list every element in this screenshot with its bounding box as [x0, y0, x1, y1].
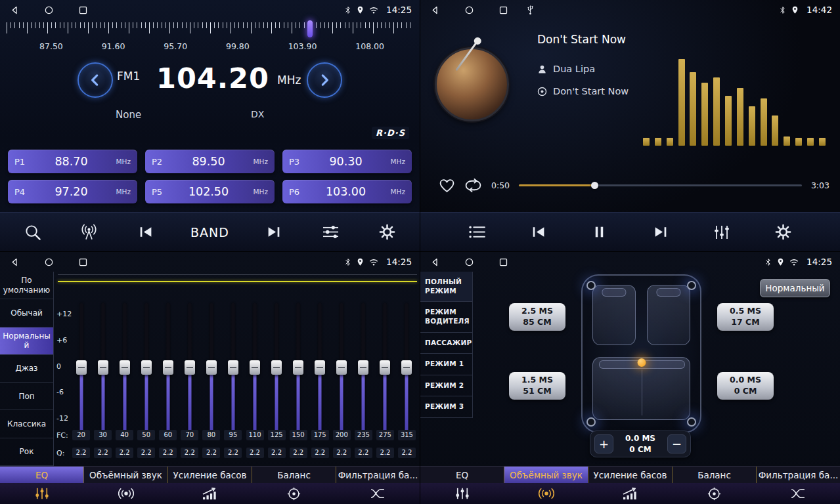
eq-slider-handle[interactable] [380, 360, 390, 375]
eq-slider-handle[interactable] [271, 360, 282, 375]
eq-slider-handle[interactable] [293, 360, 303, 375]
back-button[interactable] [8, 3, 21, 16]
tune-down-button[interactable] [77, 62, 113, 98]
eq-preset-normal[interactable]: Нормальный [0, 327, 53, 355]
recents-button[interactable] [76, 3, 89, 16]
eq-slider-handle[interactable] [336, 360, 347, 375]
tab-eq[interactable]: EQ [0, 467, 84, 483]
band-button[interactable]: BAND [190, 219, 229, 245]
seek-thumb[interactable] [591, 182, 598, 189]
repeat-button[interactable] [464, 178, 482, 192]
tab-surround[interactable]: Объёмный звук [84, 467, 168, 483]
surround-sound-icon[interactable] [504, 483, 588, 504]
tab-bass-boost[interactable]: Усиление басов [168, 467, 252, 483]
eq-slider-handle[interactable] [358, 360, 368, 375]
eq-preset-jazz[interactable]: Джаз [0, 355, 53, 383]
eq-preset-default[interactable]: По умолчанию [0, 272, 53, 299]
mode-full[interactable]: ПОЛНЫЙ РЕЖИМ [420, 272, 472, 302]
tab-balance[interactable]: Баланс [252, 467, 336, 483]
tab-balance[interactable]: Баланс [673, 467, 757, 483]
field-preset-button[interactable]: Нормальный [760, 279, 830, 297]
previous-track-button[interactable] [527, 219, 550, 245]
eq-band-slider[interactable] [333, 303, 351, 432]
preset-button[interactable]: P6 103.00 MHz [282, 180, 412, 203]
eq-preset-rock[interactable]: Рок [0, 438, 53, 466]
delay-rear-left[interactable]: 1.5 MS 51 CM [509, 372, 565, 400]
frequency-ruler[interactable] [7, 22, 413, 39]
tab-bass-boost[interactable]: Усиление басов [588, 467, 673, 483]
mode-2[interactable]: РЕЖИМ 2 [420, 375, 472, 397]
frequency-ruler-thumb[interactable] [307, 20, 313, 37]
filter-icon[interactable] [756, 483, 840, 504]
bass-boost-icon[interactable] [168, 483, 252, 504]
settings-button[interactable] [772, 219, 794, 245]
eq-band-slider[interactable] [181, 303, 198, 432]
eq-slider-handle[interactable] [315, 360, 325, 375]
delay-rear-right[interactable]: 0.0 MS 0 CM [717, 372, 774, 400]
eq-slider-handle[interactable] [98, 360, 108, 375]
eq-band-slider[interactable] [398, 303, 416, 432]
eq-slider-handle[interactable] [228, 360, 238, 375]
home-button[interactable] [462, 3, 475, 16]
next-track-button[interactable] [650, 219, 672, 245]
tab-filter[interactable]: Фильтрация ба... [336, 467, 420, 483]
tab-eq[interactable]: EQ [420, 467, 504, 483]
favorite-button[interactable] [439, 178, 455, 193]
eq-band-slider[interactable] [268, 303, 286, 432]
next-station-button[interactable] [263, 219, 286, 245]
home-button[interactable] [462, 255, 475, 268]
preset-button[interactable]: P5 102.50 MHz [145, 180, 275, 203]
scan-button[interactable] [21, 219, 43, 245]
eq-band-slider[interactable] [224, 303, 242, 432]
eq-band-slider[interactable] [137, 303, 155, 432]
eq-slider-handle[interactable] [185, 360, 195, 375]
eq-band-slider[interactable] [376, 303, 394, 432]
eq-preset-classic[interactable]: Классика [0, 410, 53, 438]
delay-increase-button[interactable]: + [594, 434, 613, 453]
mode-3[interactable]: РЕЖИМ 3 [420, 396, 472, 418]
eq-band-slider[interactable] [355, 303, 372, 432]
filter-icon[interactable] [336, 483, 420, 504]
tab-surround[interactable]: Объёмный звук [504, 467, 588, 483]
mode-driver[interactable]: РЕЖИМ ВОДИТЕЛЯ [420, 302, 472, 332]
eq-band-slider[interactable] [72, 303, 90, 432]
preset-button[interactable]: P1 88.70 MHz [8, 150, 137, 173]
preset-button[interactable]: P4 97.20 MHz [8, 180, 137, 203]
pause-button[interactable] [588, 219, 611, 245]
eq-band-slider[interactable] [202, 303, 220, 432]
eq-sliders-icon[interactable] [420, 483, 504, 504]
eq-slider-handle[interactable] [76, 360, 87, 375]
eq-slider-handle[interactable] [120, 360, 130, 375]
mode-1[interactable]: РЕЖИМ 1 [420, 354, 472, 375]
delay-front-left[interactable]: 2.5 MS 85 CM [509, 303, 565, 331]
bass-boost-icon[interactable] [588, 483, 673, 504]
eq-band-slider[interactable] [311, 303, 329, 432]
eq-sliders-icon[interactable] [0, 483, 84, 504]
preset-button[interactable]: P2 89.50 MHz [145, 150, 275, 173]
back-button[interactable] [428, 255, 441, 268]
eq-band-slider[interactable] [159, 303, 177, 432]
home-button[interactable] [42, 3, 55, 16]
eq-slider-handle[interactable] [141, 360, 152, 375]
balance-icon[interactable] [252, 483, 336, 504]
eq-band-slider[interactable] [290, 303, 307, 432]
eq-slider-handle[interactable] [250, 360, 260, 375]
delay-front-right[interactable]: 0.5 MS 17 CM [717, 303, 774, 331]
eq-band-slider[interactable] [116, 303, 133, 432]
preset-button[interactable]: P3 90.30 MHz [282, 150, 412, 173]
eq-preset-custom[interactable]: Обычай [0, 299, 53, 327]
tune-up-button[interactable] [307, 62, 342, 98]
eq-slider-handle[interactable] [206, 360, 217, 375]
delay-decrease-button[interactable]: − [667, 434, 686, 453]
eq-preset-pop[interactable]: Поп [0, 383, 53, 410]
playlist-button[interactable] [466, 219, 489, 245]
seek-slider[interactable] [519, 180, 802, 190]
recents-button[interactable] [76, 255, 89, 268]
balance-icon[interactable] [672, 483, 756, 504]
listening-position-dot[interactable] [637, 358, 646, 367]
back-button[interactable] [428, 3, 441, 16]
previous-station-button[interactable] [134, 219, 156, 245]
broadcast-button[interactable] [77, 219, 100, 245]
eq-slider-handle[interactable] [163, 360, 173, 375]
settings-button[interactable] [376, 219, 399, 245]
